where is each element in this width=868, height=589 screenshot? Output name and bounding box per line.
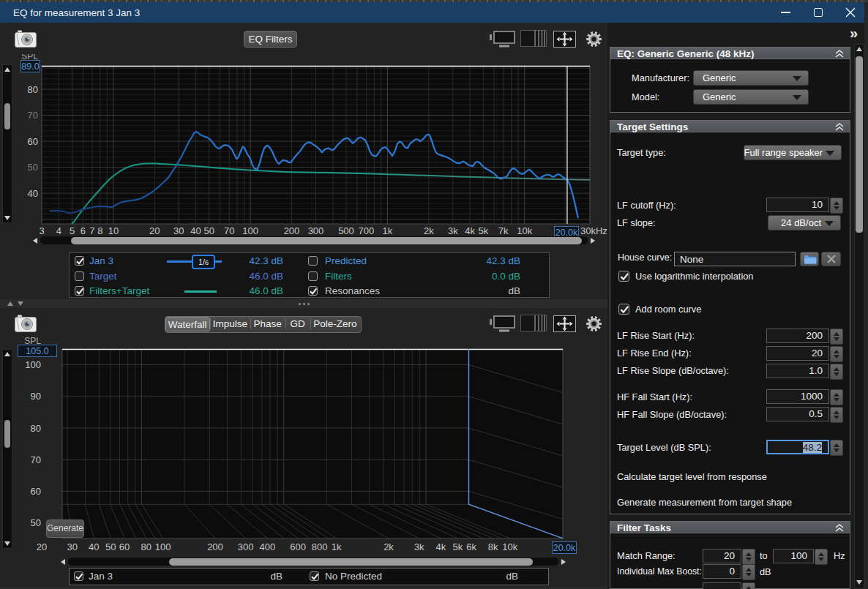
svg-text:50: 50 bbox=[31, 517, 41, 528]
svg-text:30: 30 bbox=[173, 225, 184, 236]
svg-text:105.0: 105.0 bbox=[26, 346, 48, 356]
svg-text:7k: 7k bbox=[498, 225, 509, 236]
svg-text:1k: 1k bbox=[332, 541, 342, 552]
svg-text:60: 60 bbox=[119, 541, 130, 552]
svg-text:60: 60 bbox=[31, 486, 41, 497]
svg-text:200: 200 bbox=[207, 541, 223, 552]
svg-text:60: 60 bbox=[28, 136, 38, 147]
svg-text:700: 700 bbox=[359, 225, 375, 236]
svg-text:1k: 1k bbox=[383, 225, 393, 236]
svg-text:100: 100 bbox=[242, 225, 258, 236]
svg-text:8: 8 bbox=[97, 225, 102, 236]
svg-text:50: 50 bbox=[28, 162, 38, 173]
svg-text:5: 5 bbox=[70, 225, 75, 236]
svg-text:50: 50 bbox=[204, 225, 214, 236]
svg-text:10k: 10k bbox=[517, 225, 532, 236]
svg-text:10: 10 bbox=[108, 225, 119, 236]
svg-text:3k: 3k bbox=[414, 541, 424, 552]
svg-text:600: 600 bbox=[290, 541, 306, 552]
svg-text:8k: 8k bbox=[488, 541, 498, 552]
svg-text:4k: 4k bbox=[435, 541, 446, 552]
svg-text:2k: 2k bbox=[424, 225, 434, 236]
svg-text:3k: 3k bbox=[448, 225, 458, 236]
svg-text:2k: 2k bbox=[384, 541, 394, 552]
svg-text:40: 40 bbox=[89, 541, 99, 552]
svg-text:7: 7 bbox=[89, 225, 94, 236]
svg-text:6k: 6k bbox=[466, 541, 476, 552]
svg-text:200: 200 bbox=[284, 225, 300, 236]
svg-text:89.0: 89.0 bbox=[21, 61, 39, 72]
svg-text:3: 3 bbox=[39, 225, 44, 236]
svg-text:400: 400 bbox=[259, 541, 275, 552]
svg-text:800: 800 bbox=[312, 541, 328, 552]
svg-text:40: 40 bbox=[28, 188, 38, 199]
svg-text:90: 90 bbox=[31, 391, 41, 402]
svg-text:4k: 4k bbox=[465, 225, 475, 236]
svg-text:70: 70 bbox=[224, 225, 234, 236]
svg-text:70: 70 bbox=[28, 110, 38, 121]
svg-text:6: 6 bbox=[81, 225, 86, 236]
svg-text:30kHz: 30kHz bbox=[580, 225, 607, 236]
svg-text:20.0k: 20.0k bbox=[553, 543, 576, 553]
svg-text:20: 20 bbox=[37, 541, 47, 552]
svg-text:5k: 5k bbox=[452, 541, 463, 552]
svg-text:20: 20 bbox=[149, 225, 160, 236]
svg-text:80: 80 bbox=[31, 423, 41, 434]
svg-text:100: 100 bbox=[155, 541, 171, 552]
svg-text:40: 40 bbox=[190, 225, 201, 236]
svg-text:4: 4 bbox=[56, 225, 61, 236]
svg-text:70: 70 bbox=[31, 454, 41, 465]
svg-text:30: 30 bbox=[67, 541, 77, 552]
svg-text:80: 80 bbox=[28, 84, 38, 95]
svg-text:5k: 5k bbox=[478, 225, 488, 236]
svg-text:500: 500 bbox=[338, 225, 354, 236]
svg-text:300: 300 bbox=[308, 225, 324, 236]
svg-text:80: 80 bbox=[141, 541, 151, 552]
svg-text:50: 50 bbox=[105, 541, 116, 552]
svg-text:10k: 10k bbox=[502, 541, 517, 552]
svg-text:100: 100 bbox=[25, 359, 41, 370]
svg-text:300: 300 bbox=[238, 541, 254, 552]
